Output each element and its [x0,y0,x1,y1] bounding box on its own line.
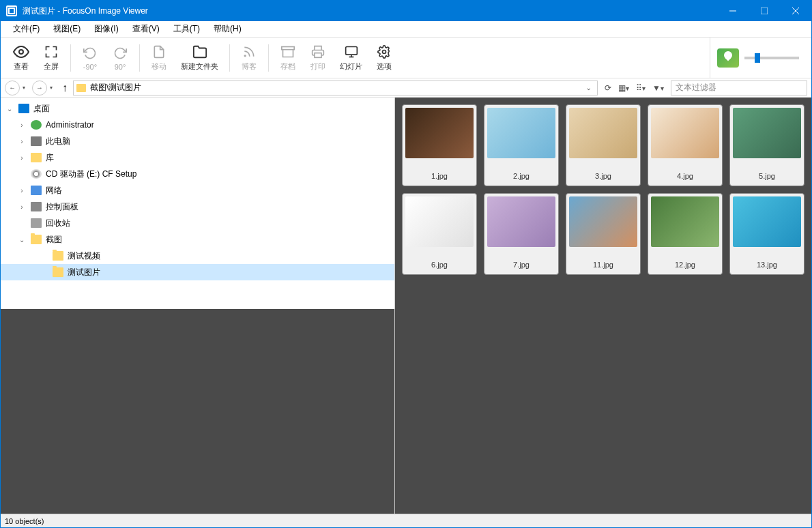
thumbnail-item[interactable]: 5.jpg [729,104,804,186]
thumbnail-item[interactable]: 7.jpg [484,193,559,275]
thumbnail-item[interactable]: 2.jpg [484,104,559,186]
thumbnail-item[interactable]: 13.jpg [729,193,804,275]
slider-thumb[interactable] [755,53,760,63]
tool-rotate-left[interactable]: -90° [76,40,104,76]
minimize-button[interactable] [717,1,749,21]
tool-move-label: 移动 [151,61,166,72]
flower-icon[interactable] [717,48,739,68]
chevron-down-icon: ⌄ [17,236,27,244]
tool-view[interactable]: 查看 [8,40,35,76]
view-grid-button[interactable]: ▦▾ [617,82,630,94]
chevron-right-icon: › [17,203,27,211]
addressbar: ← ▾ → ▾ ↑ 截图\测试图片 ⌵ ⟳ ▦▾ ⠿▾ ▼▾ 文本过滤器 [1,78,811,98]
menu-view[interactable]: 视图(E) [46,21,87,37]
folder-icon [31,235,42,244]
nav-back-button[interactable]: ← [5,80,20,96]
close-button[interactable] [780,1,811,21]
tool-blog[interactable]: 博客 [235,40,263,76]
tool-archive-label: 存档 [280,61,295,72]
chevron-right-icon: › [17,121,27,129]
chevron-right-icon: › [17,138,27,145]
thumbnail-label: 6.jpg [431,261,448,272]
thumbnail-item[interactable]: 6.jpg [402,193,477,275]
tool-view-label: 查看 [14,61,29,72]
thumbnail-item[interactable]: 1.jpg [402,104,477,186]
menu-file[interactable]: 文件(F) [6,21,46,37]
thumbnail-label: 5.jpg [759,172,775,183]
rotate-left-icon [82,45,98,61]
tool-options[interactable]: 选项 [371,40,398,76]
folder-tree: ⌄桌面 ›Administrator ›此电脑 ›库 CD 驱动器 (E:) C… [1,98,394,309]
path-input[interactable]: 截图\测试图片 ⌵ [73,80,598,96]
tree-label: 回收站 [46,218,70,229]
tree-net[interactable]: ›网络 [1,182,394,199]
refresh-button[interactable]: ⟳ [603,82,613,94]
svg-point-5 [244,55,246,57]
tool-rotright-label: 90° [115,63,126,71]
zoom-slider[interactable] [744,57,799,59]
move-icon [151,44,167,60]
svg-rect-8 [345,47,357,55]
print-icon [310,44,326,60]
filter-button[interactable]: ▼▾ [651,82,665,94]
tool-newfolder[interactable]: 新建文件夹 [175,40,224,76]
recycle-bin-icon [31,218,42,228]
tree-label: 截图 [46,234,62,246]
preview-panel [1,309,394,514]
chevron-right-icon: › [17,154,27,162]
tool-archive[interactable]: 存档 [274,40,302,76]
nav-up-button[interactable]: ↑ [59,83,70,93]
filter-input[interactable]: 文本过滤器 [671,80,807,96]
tree-lib[interactable]: ›库 [1,149,394,166]
tree-testimage[interactable]: 测试图片 [1,264,394,280]
tree-desktop[interactable]: ⌄桌面 [1,100,394,117]
tool-rotleft-label: -90° [83,63,97,71]
menu-image[interactable]: 图像(I) [87,21,125,37]
tree-screenshot[interactable]: ⌄截图 [1,231,394,248]
tool-slideshow-label: 幻灯片 [340,61,362,72]
tool-print[interactable]: 打印 [304,40,332,76]
nav-back-dropdown[interactable]: ▾ [23,85,29,91]
tree-cd[interactable]: CD 驱动器 (E:) CF Setup [1,166,394,182]
thumbnail-item[interactable]: 11.jpg [566,193,641,275]
thumbnail-image [487,108,555,158]
thumbnail-item[interactable]: 12.jpg [648,193,723,275]
rotate-right-icon [112,45,128,61]
                tree-testvideo[interactable]: 测试视频 [1,248,394,264]
thumbnail-item[interactable]: 3.jpg [566,104,641,186]
path-dropdown[interactable]: ⌵ [582,85,594,91]
nav-forward-button[interactable]: → [32,80,47,96]
tree-label: 库 [46,152,54,164]
thumbnail-image [733,196,801,247]
menu-look[interactable]: 查看(V) [126,21,166,37]
thumbnail-item[interactable]: 4.jpg [648,104,723,186]
tool-slideshow[interactable]: 幻灯片 [334,40,368,76]
thumbnail-image [651,108,719,158]
eye-icon [13,44,29,60]
thumbnail-image [487,196,555,247]
user-icon [31,120,42,130]
thumbnail-image [405,108,474,158]
gear-icon [376,44,392,60]
tree-cp[interactable]: ›控制面板 [1,199,394,215]
nav-forward-dropdown[interactable]: ▾ [50,85,57,91]
tree-thispc[interactable]: ›此电脑 [1,133,394,149]
tree-bin[interactable]: 回收站 [1,215,394,231]
desktop-icon [18,104,29,113]
tool-move[interactable]: 移动 [145,40,173,76]
tool-fullscreen[interactable]: 全屏 [38,40,65,76]
main-area: ⌄桌面 ›Administrator ›此电脑 ›库 CD 驱动器 (E:) C… [1,98,811,514]
menu-help[interactable]: 帮助(H) [207,21,248,37]
tool-rotate-right[interactable]: 90° [106,40,134,76]
thumbnail-grid: 1.jpg2.jpg3.jpg4.jpg5.jpg6.jpg7.jpg11.jp… [402,104,804,275]
menu-tools[interactable]: 工具(T) [166,21,207,37]
maximize-button[interactable] [749,1,780,21]
svg-rect-7 [315,53,321,58]
thumbnail-image [569,196,637,247]
tree-admin[interactable]: ›Administrator [1,117,394,133]
view-dots-button[interactable]: ⠿▾ [635,82,647,94]
cd-icon [31,169,42,179]
svg-rect-6 [282,47,294,50]
titlebar: 测试图片 - FocusOn Image Viewer [1,1,811,21]
toolbar-separator [139,44,140,72]
